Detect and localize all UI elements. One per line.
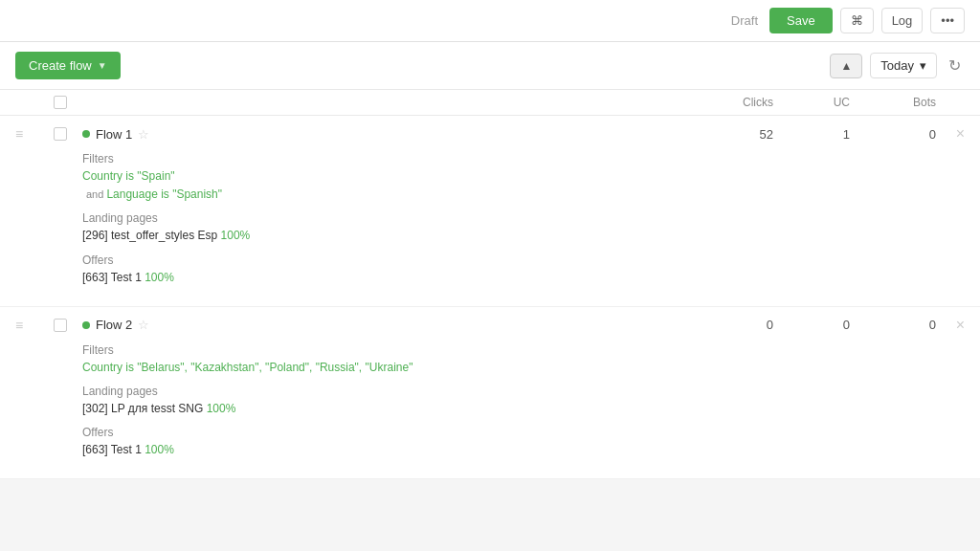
flow-row-1: ≡ Flow 1 ☆ 52 1 0 × Filters Country is "… <box>0 116 980 307</box>
flow-1-close-button[interactable]: × <box>936 125 965 143</box>
th-bots: Bots <box>859 96 936 109</box>
more-button[interactable]: ••• <box>930 8 965 33</box>
flow-2-clicks: 0 <box>687 318 783 332</box>
refresh-button[interactable]: ↻ <box>945 53 965 78</box>
flow-2-details: Filters Country is "Belarus", "Kazakhsta… <box>15 340 965 479</box>
table-header: Clicks UC Bots <box>0 90 980 116</box>
flow-1-star-icon[interactable]: ☆ <box>138 127 149 142</box>
draft-label: Draft <box>731 13 758 28</box>
create-flow-label: Create flow <box>29 58 92 73</box>
flow-1-header: ≡ Flow 1 ☆ 52 1 0 × <box>15 116 965 148</box>
flow-2-header: ≡ Flow 2 ☆ 0 0 0 × <box>15 307 965 340</box>
log-button[interactable]: Log <box>881 8 924 33</box>
link-icon: ⌘ <box>851 13 863 28</box>
flow-2-landing-section: Landing pages [302] LP для tesst SNG 100… <box>82 385 965 418</box>
th-uc: UC <box>783 96 859 109</box>
date-filter-select[interactable]: Today ▾ <box>870 53 937 78</box>
flow-row-2: ≡ Flow 2 ☆ 0 0 0 × Filters Country is "B… <box>0 307 980 480</box>
flow-1-offer-pct: 100% <box>145 271 174 284</box>
date-filter-label: Today <box>880 58 914 73</box>
flow-2-status-dot <box>82 321 90 329</box>
flow-1-filter-line1: Country is "Spain" <box>82 167 965 186</box>
flow-2-landing-label: Landing pages <box>82 385 965 398</box>
flow-1-name-area: Flow 1 ☆ <box>82 127 687 142</box>
toolbar-right: ▲ Today ▾ ↻ <box>830 53 965 78</box>
flow-1-landing-label: Landing pages <box>82 211 965 225</box>
drag-handle-2[interactable]: ≡ <box>15 318 54 333</box>
flow-1-name: Flow 1 <box>96 127 132 142</box>
up-icon: ▲ <box>840 59 852 73</box>
flow-1-filter-and: and <box>86 188 106 200</box>
flow-2-landing-pct: 100% <box>207 402 236 415</box>
up-button[interactable]: ▲ <box>830 54 862 78</box>
flow-1-filters-label: Filters <box>82 152 965 165</box>
flow-1-landing-value: [296] test_offer_styles Esp 100% <box>82 227 965 245</box>
flow-1-status-dot <box>82 130 90 138</box>
th-checkbox-area <box>54 96 82 109</box>
create-flow-arrow: ▼ <box>98 60 107 71</box>
refresh-icon: ↻ <box>948 57 961 74</box>
select-all-checkbox[interactable] <box>54 96 67 109</box>
flow-2-offers-label: Offers <box>82 426 965 439</box>
th-clicks: Clicks <box>687 96 783 109</box>
create-flow-button[interactable]: Create flow ▼ <box>15 52 121 79</box>
more-icon: ••• <box>941 13 954 28</box>
flow-1-checkbox[interactable] <box>54 127 67 141</box>
flows-list: ≡ Flow 1 ☆ 52 1 0 × Filters Country is "… <box>0 116 980 479</box>
flow-1-details: Filters Country is "Spain" and Language … <box>15 148 965 306</box>
flow-2-offer-name: [663] Test 1 <box>82 443 145 456</box>
link-button[interactable]: ⌘ <box>840 8 874 33</box>
flow-1-uc: 1 <box>783 127 859 142</box>
flow-1-filter-language: Language is "Spanish" <box>106 187 222 201</box>
flow-2-landing-value: [302] LP для tesst SNG 100% <box>82 400 965 418</box>
flow-2-filter-line1: Country is "Belarus", "Kazakhstan", "Pol… <box>82 359 965 377</box>
flow-1-bots: 0 <box>859 127 936 142</box>
flow-1-filter-country: Country is "Spain" <box>82 169 175 183</box>
date-filter-arrow: ▾ <box>920 58 926 73</box>
flow-2-filter-country: Country is "Belarus", "Kazakhstan", "Pol… <box>82 361 412 374</box>
flow-1-filter-line2: and Language is "Spanish" <box>82 186 965 204</box>
toolbar: Create flow ▼ ▲ Today ▾ ↻ <box>0 42 980 90</box>
flow-2-filters-section: Filters Country is "Belarus", "Kazakhsta… <box>82 343 965 377</box>
flow-2-offer-value: [663] Test 1 100% <box>82 441 965 459</box>
top-bar: Draft Save ⌘ Log ••• <box>0 0 980 42</box>
flow-1-clicks: 52 <box>687 127 783 142</box>
flow-1-landing-section: Landing pages [296] test_offer_styles Es… <box>82 211 965 245</box>
flow-2-filters-label: Filters <box>82 343 965 357</box>
flow-2-landing-name: [302] LP для tesst SNG <box>82 402 207 415</box>
flow-1-landing-pct: 100% <box>221 229 251 242</box>
flow-1-offer-value: [663] Test 1 100% <box>82 269 965 287</box>
flow-2-star-icon[interactable]: ☆ <box>138 318 149 332</box>
flow-2-uc: 0 <box>783 318 859 332</box>
flow-1-filters-section: Filters Country is "Spain" and Language … <box>82 152 965 204</box>
flow-1-offers-section: Offers [663] Test 1 100% <box>82 253 965 287</box>
flow-2-name: Flow 2 <box>96 318 132 332</box>
flow-2-offer-pct: 100% <box>145 443 174 456</box>
flow-2-bots: 0 <box>859 318 936 332</box>
flow-1-landing-name: [296] test_offer_styles Esp <box>82 229 221 242</box>
flow-2-checkbox[interactable] <box>54 319 67 332</box>
flow-1-offers-label: Offers <box>82 253 965 267</box>
flow-2-close-button[interactable]: × <box>936 317 965 334</box>
flow-2-offers-section: Offers [663] Test 1 100% <box>82 426 965 459</box>
flow-2-name-area: Flow 2 ☆ <box>82 318 687 332</box>
save-button[interactable]: Save <box>769 8 833 33</box>
flow-1-offer-name: [663] Test 1 <box>82 271 145 284</box>
drag-handle-1[interactable]: ≡ <box>15 126 54 142</box>
